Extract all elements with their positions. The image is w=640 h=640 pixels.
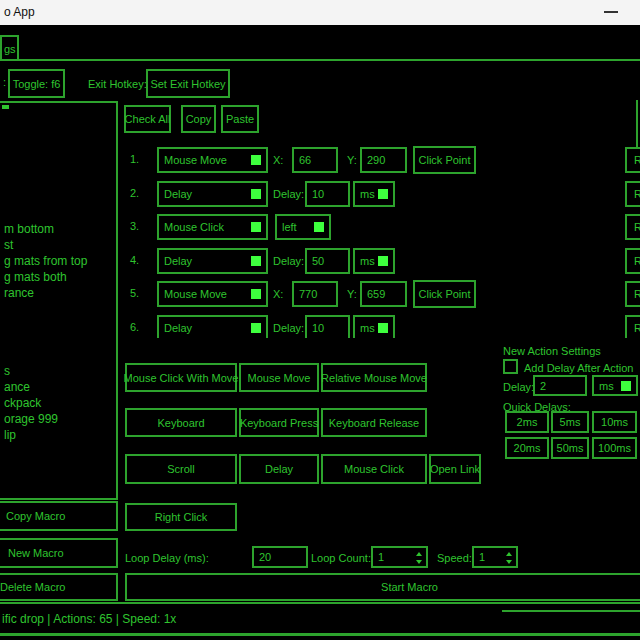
nas-delay-input[interactable]: 2 (533, 375, 587, 396)
list-item[interactable]: lip (4, 428, 116, 444)
nas-unit-select[interactable]: ms (592, 375, 638, 396)
spinner-down-icon[interactable] (416, 560, 422, 564)
add-open-link-button[interactable]: Open Link (429, 454, 481, 484)
start-macro-button[interactable]: Start Macro (125, 573, 640, 601)
add-mouse-click-button[interactable]: Mouse Click (321, 454, 427, 484)
quick-delay-5ms-button[interactable]: 5ms (551, 411, 589, 433)
x-input[interactable]: 770 (292, 281, 338, 307)
dropdown-square-icon (378, 189, 388, 199)
add-scroll-button[interactable]: Scroll (125, 454, 237, 484)
list-item[interactable]: g mats from top (4, 254, 116, 270)
remove-action-button[interactable]: R (625, 248, 640, 274)
remove-action-button[interactable]: R (625, 181, 640, 207)
action-row: 4. Delay Delay: 50 ms R (120, 248, 640, 276)
y-input[interactable]: 290 (360, 147, 407, 173)
action-type-select[interactable]: Mouse Move (157, 281, 268, 307)
quick-delay-10ms-button[interactable]: 10ms (592, 411, 637, 433)
row-number: 3. (130, 220, 139, 232)
action-type-select[interactable]: Mouse Click (157, 214, 268, 240)
x-label: X: (273, 287, 283, 301)
remove-action-button[interactable]: R (625, 214, 640, 240)
copy-macro-button[interactable]: Copy Macro (0, 501, 118, 531)
add-mouse-click-with-move-button[interactable]: Mouse Click With Move (125, 363, 237, 392)
paste-actions-button[interactable]: Paste (221, 105, 259, 133)
list-item[interactable] (4, 334, 116, 350)
delay-input[interactable]: 10 (305, 181, 350, 207)
add-keyboard-button[interactable]: Keyboard (125, 408, 237, 437)
add-keyboard-release-button[interactable]: Keyboard Release (321, 408, 427, 437)
list-item[interactable]: rance (4, 286, 116, 302)
remove-action-button[interactable]: R (625, 147, 640, 173)
macro-app-window: o App gs : Toggle: f6 Exit Hotkey: Set E… (0, 0, 640, 640)
loop-count-label: Loop Count: (311, 551, 371, 565)
spinner-down-icon[interactable] (506, 560, 512, 564)
quick-delay-20ms-button[interactable]: 20ms (505, 437, 549, 459)
dropdown-square-icon (314, 222, 324, 232)
action-type-select[interactable]: Delay (157, 248, 268, 274)
dropdown-square-icon (251, 323, 261, 333)
remove-action-button[interactable]: R (625, 315, 640, 338)
y-input[interactable]: 659 (360, 281, 407, 307)
new-action-settings-title: New Action Settings (503, 344, 601, 358)
list-item[interactable]: st (4, 238, 116, 254)
set-exit-hotkey-button[interactable]: Set Exit Hotkey (146, 69, 230, 98)
list-item[interactable]: orage 999 (4, 412, 116, 428)
minimize-icon[interactable] (604, 11, 618, 13)
list-item[interactable]: ckpack (4, 396, 116, 412)
mouse-button-select[interactable]: left (275, 214, 331, 240)
delay-input[interactable]: 10 (305, 315, 350, 338)
tab-settings[interactable]: gs (0, 35, 19, 60)
delete-macro-button[interactable]: Delete Macro (0, 573, 118, 601)
list-item[interactable]: m bottom (4, 222, 116, 238)
spinner-arrows[interactable] (416, 551, 422, 565)
quick-delay-2ms-button[interactable]: 2ms (505, 411, 549, 433)
action-type-select[interactable]: Delay (157, 181, 268, 207)
row-number: 5. (130, 287, 139, 299)
copy-actions-button[interactable]: Copy (181, 105, 216, 133)
add-right-click-button[interactable]: Right Click (125, 503, 237, 531)
remove-action-button[interactable]: R (625, 281, 640, 307)
dropdown-square-icon (378, 323, 388, 333)
quick-delay-50ms-button[interactable]: 50ms (551, 437, 589, 459)
unit-select[interactable]: ms (353, 181, 395, 207)
loop-delay-input[interactable]: 20 (252, 546, 308, 568)
list-item[interactable]: s (4, 364, 116, 380)
dropdown-square-icon (251, 189, 261, 199)
click-point-button[interactable]: Click Point (413, 280, 476, 308)
list-item[interactable]: g mats both (4, 270, 116, 286)
spinner-arrows[interactable] (506, 551, 512, 565)
toggle-hotkey-button[interactable]: Toggle: f6 (8, 69, 65, 98)
add-relative-mouse-move-button[interactable]: Relative Mouse Move (321, 363, 427, 392)
status-text: ific drop | Actions: 65 | Speed: 1x (2, 612, 176, 626)
tabstrip-divider (0, 59, 640, 61)
check-all-button[interactable]: Check All (124, 105, 171, 133)
new-macro-button[interactable]: New Macro (0, 538, 118, 568)
macro-listbox[interactable]: m bottom st g mats from top g mats both … (0, 101, 118, 500)
list-item[interactable]: ance (4, 380, 116, 396)
spinner-up-icon[interactable] (506, 552, 512, 556)
unit-select[interactable]: ms (353, 248, 395, 274)
add-delay-button[interactable]: Delay (239, 454, 319, 484)
list-item[interactable] (4, 318, 116, 334)
add-mouse-move-button[interactable]: Mouse Move (239, 363, 319, 392)
exit-hotkey-label: Exit Hotkey: (88, 77, 147, 91)
unit-select[interactable]: ms (353, 315, 395, 338)
action-type-select[interactable]: Delay (157, 315, 268, 338)
x-input[interactable]: 66 (292, 147, 338, 173)
status-bar: ific drop | Actions: 65 | Speed: 1x (0, 602, 640, 636)
add-delay-after-action-label: Add Delay After Action (524, 361, 633, 375)
delay-label: Delay: (273, 321, 304, 335)
speed-spinner[interactable]: 1 (472, 546, 518, 568)
action-type-select[interactable]: Mouse Move (157, 147, 268, 173)
add-delay-after-action-checkbox[interactable] (503, 359, 518, 374)
spinner-up-icon[interactable] (416, 552, 422, 556)
list-item[interactable] (4, 302, 116, 318)
quick-delay-100ms-button[interactable]: 100ms (592, 437, 637, 459)
dropdown-square-icon (251, 155, 261, 165)
delay-input[interactable]: 50 (305, 248, 350, 274)
loop-count-spinner[interactable]: 1 (371, 546, 428, 568)
hotkey-cut-label: : (3, 75, 6, 89)
click-point-button[interactable]: Click Point (413, 146, 476, 174)
action-row: 2. Delay Delay: 10 ms R (120, 181, 640, 209)
add-keyboard-press-button[interactable]: Keyboard Press (239, 408, 319, 437)
